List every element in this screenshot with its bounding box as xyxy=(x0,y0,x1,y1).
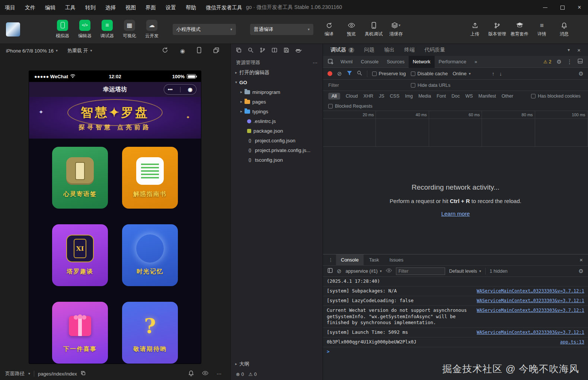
split-editor-icon[interactable] xyxy=(272,47,277,54)
multi-window-icon[interactable] xyxy=(213,47,219,54)
preview-button[interactable]: 预览 xyxy=(342,21,361,37)
card-next-happy-event[interactable]: 下一件喜事 xyxy=(52,302,108,364)
mode-select[interactable]: 小程序模式 ▾ xyxy=(173,24,236,35)
card-coming-soon[interactable]: ? 敬请期待哟 xyxy=(122,302,178,364)
tab-sources[interactable]: Sources xyxy=(383,56,409,68)
network-filter-input[interactable] xyxy=(328,82,403,88)
chip-all[interactable]: All xyxy=(328,93,340,99)
tree-item-project-private-config[interactable]: {} project.private.config.js... xyxy=(231,145,323,155)
upload-button[interactable]: 上传 xyxy=(465,21,485,37)
tab-code-quality[interactable]: 代码质量 xyxy=(424,47,445,53)
details-button[interactable]: ≡ 详情 xyxy=(532,21,552,37)
chip-cloud[interactable]: Cloud xyxy=(346,94,358,99)
drawer-tab-issues[interactable]: Issues xyxy=(384,254,408,266)
drawer-more-icon[interactable]: ⋮ xyxy=(326,257,335,262)
tab-wxml[interactable]: Wxml xyxy=(336,56,357,68)
has-blocked-cookies-checkbox[interactable]: Has blocked cookies xyxy=(531,94,581,99)
minimize-button[interactable] xyxy=(537,0,554,15)
menu-ui[interactable]: 界面 xyxy=(141,0,161,15)
menu-file[interactable]: 文件 xyxy=(20,0,40,15)
search-icon[interactable] xyxy=(248,47,253,54)
console-settings-icon[interactable]: ⚙ xyxy=(579,268,584,274)
more-options-icon[interactable]: ⋮ xyxy=(567,59,572,64)
context-select[interactable]: appservice (#1) ▾ xyxy=(346,269,382,274)
version-control-button[interactable]: 版本管理 xyxy=(488,21,507,37)
device-select[interactable]: iPhone 6/7/8 100% 16 ▾ xyxy=(6,48,58,54)
close-button[interactable]: × xyxy=(571,0,588,15)
hot-reload-toggle[interactable]: 热重载 开 ▾ xyxy=(67,47,92,54)
eye-icon[interactable] xyxy=(202,371,208,377)
tab-performance[interactable]: Performance xyxy=(435,56,470,68)
clear-console-icon[interactable]: ⊘ xyxy=(337,268,342,274)
console-filter-input[interactable] xyxy=(396,267,445,275)
card-guide-book[interactable]: 解惑指南书 xyxy=(122,147,178,209)
log-source-link[interactable]: WAServiceMainContext…03233303&v=3.7.12:1 xyxy=(477,329,584,335)
vconsole-icon[interactable] xyxy=(188,370,194,377)
menu-goto[interactable]: 转到 xyxy=(80,0,100,15)
menu-help[interactable]: 帮助 xyxy=(181,0,201,15)
blocked-requests-checkbox[interactable]: Blocked Requests xyxy=(328,104,373,109)
import-har-icon[interactable]: ↑ xyxy=(492,71,495,76)
menu-edit[interactable]: 编辑 xyxy=(40,0,60,15)
cloud-dev-button[interactable]: ☁ 云开发 xyxy=(141,20,163,39)
clear-network-icon[interactable]: ⊘ xyxy=(337,71,342,76)
log-source-link[interactable]: app.ts:13 xyxy=(560,339,584,345)
tree-item-typings[interactable]: ▸ typings xyxy=(231,107,323,116)
card-soul-message[interactable]: 心灵寄语签 xyxy=(52,147,108,209)
tree-item-tsconfig[interactable]: {} tsconfig.json xyxy=(231,155,323,165)
card-time-memory[interactable]: 时光记忆 xyxy=(122,224,178,286)
log-source-link[interactable]: WAServiceMainContext…03233303&v=3.7.12:1 xyxy=(477,298,584,304)
chevron-down-icon[interactable]: ▾ xyxy=(28,372,30,376)
education-kit-button[interactable]: 教育套件 xyxy=(510,21,529,37)
log-source-link[interactable]: WAServiceMainContext…03233303&v=3.7.12:1 xyxy=(477,307,584,313)
record-button[interactable] xyxy=(327,71,332,76)
more-tabs-icon[interactable]: » xyxy=(470,56,481,68)
throttling-select[interactable]: Online ▾ xyxy=(453,71,471,76)
chip-media[interactable]: Media xyxy=(418,94,431,99)
tab-output[interactable]: 输出 xyxy=(384,47,394,53)
messages-button[interactable]: 消息 xyxy=(555,21,574,37)
debugger-button[interactable]: ≡ 调试器 xyxy=(96,20,118,39)
files-icon[interactable] xyxy=(236,47,242,54)
tree-item-project-config[interactable]: {} project.config.json xyxy=(231,136,323,145)
filter-funnel-icon[interactable] xyxy=(347,71,352,77)
menu-settings[interactable]: 设置 xyxy=(161,0,181,15)
chip-ws[interactable]: WS xyxy=(465,94,473,99)
menu-wechat-devtools[interactable]: 微信开发者工具 xyxy=(201,0,247,15)
tree-item-miniprogram[interactable]: ▸ miniprogram xyxy=(231,87,323,97)
tree-item-pages[interactable]: ▸ pages xyxy=(231,97,323,107)
chip-manifest[interactable]: Manifest xyxy=(479,94,496,99)
tree-item-package-json[interactable]: package.json xyxy=(231,126,323,136)
drawer-tab-console[interactable]: Console xyxy=(336,254,364,266)
export-har-icon[interactable]: ↓ xyxy=(499,71,502,76)
tree-section-open-editors[interactable]: ▸ 打开的编辑器 xyxy=(231,68,323,77)
git-branch-icon[interactable] xyxy=(260,47,265,54)
chip-doc[interactable]: Doc xyxy=(451,94,460,99)
tree-root-go[interactable]: ▾ GO xyxy=(231,77,323,87)
tab-debugger[interactable]: 调试器 2 xyxy=(330,47,354,53)
search-network-icon[interactable] xyxy=(357,70,362,77)
inspect-element-icon[interactable] xyxy=(325,59,336,65)
chip-other[interactable]: Other xyxy=(502,94,513,99)
phone-frame-icon[interactable] xyxy=(197,47,201,54)
maximize-button[interactable] xyxy=(554,0,571,15)
docker-whale-icon[interactable] xyxy=(295,47,302,54)
chip-xhr[interactable]: XHR xyxy=(364,94,373,99)
chip-css[interactable]: CSS xyxy=(390,94,400,99)
menu-view[interactable]: 视图 xyxy=(121,0,141,15)
network-settings-icon[interactable]: ⚙ xyxy=(579,71,584,76)
settings-gear-icon[interactable]: ⚙ xyxy=(557,59,562,64)
compile-mode-select[interactable]: 普通编译 ▾ xyxy=(250,24,313,35)
user-avatar[interactable] xyxy=(6,22,20,37)
remote-debug-button[interactable]: 真机调试 xyxy=(364,21,383,37)
refresh-simulator-icon[interactable] xyxy=(162,47,168,54)
drawer-tab-task[interactable]: Task xyxy=(364,254,384,266)
save-all-icon[interactable] xyxy=(284,47,289,54)
tab-network[interactable]: Network xyxy=(409,56,435,68)
visualization-button[interactable]: ▦ 可视化 xyxy=(118,20,141,39)
more-actions-icon[interactable]: ⋯ xyxy=(313,60,317,65)
chip-img[interactable]: Img xyxy=(405,94,413,99)
dock-side-icon[interactable] xyxy=(578,58,583,65)
copy-path-icon[interactable] xyxy=(81,371,86,377)
eye-icon[interactable] xyxy=(386,268,392,274)
